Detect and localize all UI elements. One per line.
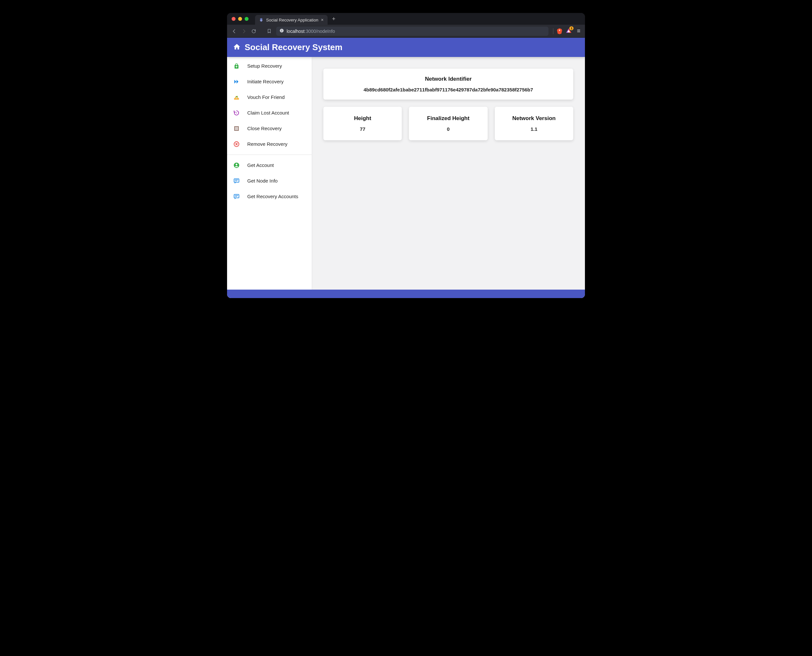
sidebar-item-label: Claim Lost Account bbox=[247, 110, 289, 116]
square-icon bbox=[233, 125, 240, 132]
site-info-icon[interactable] bbox=[280, 28, 284, 34]
sidebar-item-close-recovery[interactable]: Close Recovery bbox=[227, 121, 312, 136]
sidebar-item-label: Get Recovery Accounts bbox=[247, 193, 299, 200]
toolbar-right: 1 ≡ bbox=[553, 28, 580, 34]
svg-rect-5 bbox=[235, 127, 238, 130]
back-button[interactable] bbox=[232, 29, 237, 34]
browser-tab[interactable]: Social Recovery Application × bbox=[255, 15, 328, 25]
app-footer bbox=[227, 289, 585, 298]
sidebar-item-label: Close Recovery bbox=[247, 125, 282, 132]
sidebar-item-claim-lost-account[interactable]: Claim Lost Account bbox=[227, 105, 312, 121]
sidebar-item-get-account[interactable]: Get Account bbox=[227, 158, 312, 173]
network-version-value: 1.1 bbox=[500, 126, 568, 132]
account-circle-icon bbox=[233, 162, 240, 169]
svg-point-8 bbox=[235, 164, 237, 165]
sidebar-divider bbox=[227, 155, 312, 155]
sidebar-item-label: Vouch For Friend bbox=[247, 94, 285, 101]
ballot-icon bbox=[233, 94, 240, 101]
double-chevron-icon bbox=[233, 78, 240, 85]
brave-shields-icon[interactable] bbox=[557, 28, 563, 34]
window-controls bbox=[232, 17, 249, 21]
sidebar-item-remove-recovery[interactable]: Remove Recovery bbox=[227, 136, 312, 152]
separator bbox=[553, 28, 554, 34]
browser-toolbar: localhost:3000/nodeInfo 1 ≡ bbox=[227, 25, 585, 38]
card-title: Network Identifier bbox=[331, 76, 565, 82]
lock-plus-icon bbox=[233, 62, 240, 70]
app-body: Setup Recovery Initiate Recovery Vouch F… bbox=[227, 57, 585, 289]
card-title: Finalized Height bbox=[414, 115, 482, 122]
bat-rewards-icon[interactable]: 1 bbox=[566, 28, 572, 34]
sidebar-item-label: Get Node Info bbox=[247, 178, 277, 184]
url-text: localhost:3000/nodeInfo bbox=[287, 29, 335, 34]
url-path: /nodeInfo bbox=[316, 29, 335, 34]
svg-rect-10 bbox=[234, 194, 239, 198]
x-circle-icon bbox=[233, 141, 240, 148]
bat-badge: 1 bbox=[569, 26, 574, 30]
maximize-window-button[interactable] bbox=[244, 17, 249, 21]
close-tab-button[interactable]: × bbox=[321, 17, 323, 22]
sidebar-item-vouch-for-friend[interactable]: Vouch For Friend bbox=[227, 90, 312, 105]
sidebar-item-get-node-info[interactable]: Get Node Info bbox=[227, 173, 312, 189]
sidebar-item-initiate-recovery[interactable]: Initiate Recovery bbox=[227, 74, 312, 90]
url-port: 3000 bbox=[306, 29, 316, 34]
sidebar-item-label: Setup Recovery bbox=[247, 63, 282, 69]
sidebar-item-setup-recovery[interactable]: Setup Recovery bbox=[227, 58, 312, 74]
svg-rect-2 bbox=[281, 29, 282, 30]
chat-list-icon bbox=[233, 193, 240, 200]
sidebar-section-queries: Get Account Get Node Info Get Recovery A… bbox=[227, 156, 312, 206]
tab-title: Social Recovery Application bbox=[266, 17, 318, 22]
stats-row: Height 77 Finalized Height 0 Network Ver… bbox=[323, 107, 573, 140]
height-value: 77 bbox=[329, 126, 397, 132]
finalized-height-card: Finalized Height 0 bbox=[409, 107, 487, 140]
svg-point-4 bbox=[236, 113, 237, 114]
menu-button[interactable]: ≡ bbox=[577, 28, 580, 34]
card-title: Height bbox=[329, 115, 397, 122]
sidebar-item-get-recovery-accounts[interactable]: Get Recovery Accounts bbox=[227, 189, 312, 204]
app-header: Social Recovery System bbox=[227, 38, 585, 57]
new-tab-button[interactable]: + bbox=[332, 15, 336, 22]
home-icon[interactable] bbox=[233, 43, 241, 52]
sidebar-item-label: Remove Recovery bbox=[247, 141, 287, 147]
tab-favicon-icon bbox=[259, 17, 263, 22]
bookmark-icon[interactable] bbox=[267, 29, 272, 34]
reload-button[interactable] bbox=[251, 29, 256, 34]
url-host: localhost bbox=[287, 29, 305, 34]
network-identifier-value: 4b89cd680f2afe1babe2711fbabf971176e42978… bbox=[331, 87, 565, 93]
finalized-height-value: 0 bbox=[414, 126, 482, 132]
sidebar: Setup Recovery Initiate Recovery Vouch F… bbox=[227, 57, 312, 289]
minimize-window-button[interactable] bbox=[238, 17, 242, 21]
url-bar[interactable]: localhost:3000/nodeInfo bbox=[276, 27, 549, 36]
network-version-card: Network Version 1.1 bbox=[495, 107, 573, 140]
card-title: Network Version bbox=[500, 115, 568, 122]
sidebar-section-actions: Setup Recovery Initiate Recovery Vouch F… bbox=[227, 57, 312, 153]
restore-icon bbox=[233, 109, 240, 116]
svg-rect-1 bbox=[281, 30, 282, 32]
sidebar-item-label: Get Account bbox=[247, 162, 274, 169]
tab-bar: Social Recovery Application × + bbox=[227, 13, 585, 25]
height-card: Height 77 bbox=[323, 107, 402, 140]
forward-button[interactable] bbox=[241, 29, 247, 34]
app-title: Social Recovery System bbox=[244, 42, 343, 53]
main-content: Network Identifier 4b89cd680f2afe1babe27… bbox=[312, 57, 585, 289]
network-identifier-card: Network Identifier 4b89cd680f2afe1babe27… bbox=[323, 69, 573, 100]
page: Social Recovery System Setup Recovery bbox=[227, 38, 585, 298]
sidebar-item-label: Initiate Recovery bbox=[247, 79, 284, 85]
close-window-button[interactable] bbox=[232, 17, 235, 21]
svg-rect-9 bbox=[234, 179, 239, 182]
browser-window: Social Recovery Application × + localhos… bbox=[227, 13, 585, 298]
chat-info-icon bbox=[233, 177, 240, 184]
